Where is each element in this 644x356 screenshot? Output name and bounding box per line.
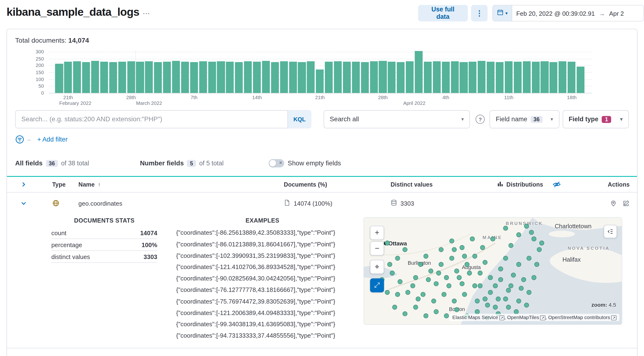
histogram-bar (145, 61, 153, 93)
histogram-bar (271, 62, 279, 93)
histogram-bar (127, 61, 135, 93)
geo-point-dot (524, 303, 529, 308)
geo-point-dot (490, 236, 496, 241)
page-title: kibana_sample_data_logs (7, 6, 140, 18)
help-icon[interactable]: ? (476, 115, 485, 124)
field-type-filter-button[interactable]: Field type 1 ▾ (562, 110, 629, 128)
edit-field-icon[interactable] (622, 200, 630, 207)
geo-point-dot (478, 284, 482, 289)
histogram-bar (190, 62, 198, 93)
histogram-bar (199, 62, 207, 93)
map-base-tiles (364, 218, 622, 325)
histogram-bar (262, 61, 270, 93)
bar-chart-icon (498, 181, 503, 188)
attribution-link[interactable]: OpenMapTiles (507, 314, 539, 320)
geo-point-dot (493, 305, 498, 310)
geo-point-dot (424, 254, 428, 259)
date-range-arrow-icon: → (599, 10, 605, 17)
calendar-dropdown-button[interactable]: ▾ (493, 5, 512, 21)
use-full-data-button[interactable]: Use full data (418, 5, 468, 22)
hide-distributions-icon[interactable] (553, 181, 561, 189)
histogram-bar (316, 70, 324, 93)
geo-point-dot (439, 262, 444, 267)
field-name-filter-button[interactable]: Field name 36 ▾ (490, 110, 559, 128)
histogram-plot-area[interactable] (49, 50, 592, 93)
search-all-select[interactable]: Search all ▾ (324, 110, 470, 128)
expand-map-button[interactable]: ⤢ (370, 278, 384, 292)
y-tick-label: 0 (41, 90, 44, 96)
geo-point-dot (439, 247, 444, 252)
y-tick-label: 200 (36, 63, 44, 68)
histogram-bar (280, 62, 288, 93)
external-link-icon: ↗ (612, 315, 617, 320)
histogram-bar (73, 62, 81, 93)
more-options-button[interactable]: ⋮ (471, 5, 488, 22)
add-filter-button[interactable]: + Add filter (37, 136, 68, 143)
field-row-geo-coordinates[interactable]: geo.coordinates 14074 (100%) 3303 (7, 193, 637, 214)
attribution-link[interactable]: Elastic Maps Service (452, 314, 498, 320)
geo-point-dot (493, 284, 498, 289)
example-value: {"coordinates":[-94.73133333,37.44855556… (176, 330, 349, 341)
show-empty-fields-toggle[interactable]: ✕ (269, 159, 284, 167)
geo-coordinates-map[interactable]: BRUNSWICKCharlottetownMAINENOVA SCOTIAHa… (364, 217, 622, 325)
geo-point-dot (511, 273, 516, 278)
histogram-bar (217, 61, 225, 93)
example-value: {"coordinates":[-86.25613889,42.35083333… (176, 227, 349, 239)
map-label: NOVA SCOTIA (568, 245, 610, 250)
external-link-icon: ↗ (499, 315, 504, 320)
examples-block: EXAMPLES {"coordinates":[-86.25613889,42… (176, 217, 349, 341)
open-in-maps-icon[interactable] (610, 200, 617, 207)
date-range-end[interactable]: Apr 2 (605, 10, 628, 17)
expand-all-rows-button[interactable] (14, 181, 33, 188)
geo-point-type-icon (33, 199, 60, 207)
x-tick-label: 14th (252, 95, 262, 100)
histogram-bar (253, 62, 261, 93)
attribution-link[interactable]: OpenStreetMap contributors (548, 314, 610, 320)
column-header-documents[interactable]: Documents (%) (265, 181, 372, 188)
kql-language-button[interactable]: KQL (288, 110, 311, 128)
geo-point-dot (421, 292, 426, 297)
zoom-out-button[interactable]: − (370, 241, 384, 255)
x-tick-label: 21th (315, 95, 324, 100)
title-options-icon[interactable]: ⋯ (142, 9, 150, 18)
search-input[interactable] (15, 110, 311, 128)
geo-point-dot (488, 290, 493, 295)
chevron-down-icon: ▾ (550, 116, 553, 122)
date-picker: ▾ Feb 20, 2022 @ 00:39:02.91 → Apr 2 (493, 5, 644, 22)
documents-histogram[interactable]: 300250200150100500 21th28th7th14th21th28… (7, 50, 637, 107)
geo-point-dot (454, 269, 459, 274)
x-tick-label: 18th (567, 95, 576, 100)
histogram-bar (469, 62, 477, 93)
example-value: {"coordinates":[-102.3990931,35.23199833… (176, 250, 349, 261)
examples-title: EXAMPLES (176, 217, 349, 224)
geo-point-dot (403, 247, 408, 252)
histogram-y-axis: 300250200150100500 (7, 50, 46, 93)
x-tick-label: 28th (378, 95, 388, 100)
date-range-start[interactable]: Feb 20, 2022 @ 00:39:02.91 (512, 10, 599, 17)
collapse-row-button[interactable] (14, 200, 33, 206)
column-header-name[interactable]: Name ↑ (60, 181, 265, 188)
histogram-bar (451, 62, 458, 93)
sort-ascending-icon: ↑ (98, 181, 101, 188)
zoom-in-button[interactable]: + (370, 226, 384, 240)
geo-point-dot (508, 243, 513, 248)
geo-point-dot (464, 262, 470, 267)
filter-icon[interactable] (15, 135, 24, 144)
geo-point-dot (503, 226, 508, 231)
column-header-distinct-values[interactable]: Distinct values (372, 181, 478, 188)
geo-point-dot (446, 284, 452, 289)
geo-point-dot (524, 224, 529, 229)
geo-point-dot (403, 311, 408, 316)
legend-toggle-button[interactable] (604, 225, 617, 238)
x-month-label: February 2022 (59, 100, 92, 106)
field-name[interactable]: geo.coordinates (60, 200, 265, 207)
all-fields-summary: All fields 36 of 38 total (15, 160, 89, 167)
histogram-bar (298, 62, 306, 93)
set-view-crosshair-button[interactable]: ⌖ (370, 260, 384, 274)
geo-point-dot (426, 277, 431, 282)
geo-point-dot (436, 271, 441, 276)
stat-value: 3303 (144, 253, 157, 260)
histogram-bar (361, 62, 369, 93)
column-header-type[interactable]: Type (33, 181, 60, 188)
geo-point-dot (395, 256, 400, 261)
